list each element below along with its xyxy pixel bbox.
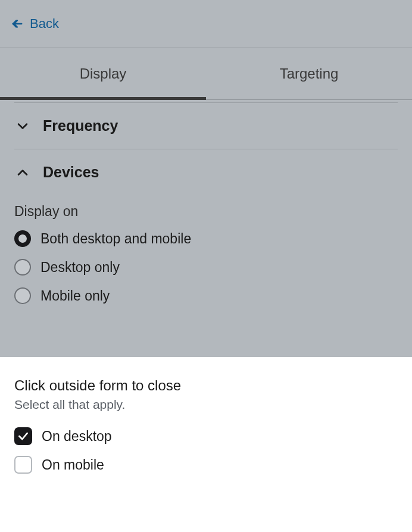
checkbox-on-desktop[interactable]: On desktop bbox=[14, 427, 398, 445]
back-button[interactable]: Back bbox=[11, 16, 59, 32]
back-label: Back bbox=[30, 16, 59, 32]
radio-mobile-only-label: Mobile only bbox=[40, 288, 110, 304]
radio-desktop-only-label: Desktop only bbox=[40, 259, 120, 276]
radio-both[interactable]: Both desktop and mobile bbox=[14, 230, 398, 247]
content-area: Frequency Devices Display on Both deskto… bbox=[0, 102, 412, 328]
checkbox-checked-icon bbox=[14, 427, 32, 445]
checkbox-on-mobile[interactable]: On mobile bbox=[14, 456, 398, 474]
radio-icon-selected bbox=[14, 230, 31, 247]
checkbox-on-mobile-label: On mobile bbox=[42, 457, 104, 473]
panel-subtitle: Select all that apply. bbox=[14, 398, 398, 412]
radio-desktop-only[interactable]: Desktop only bbox=[14, 259, 398, 276]
radio-icon bbox=[14, 287, 31, 304]
checkbox-on-desktop-label: On desktop bbox=[42, 428, 112, 445]
radio-icon bbox=[14, 259, 31, 276]
section-frequency-title: Frequency bbox=[43, 117, 118, 134]
close-outside-checkbox-group: On desktop On mobile bbox=[14, 427, 398, 474]
chevron-up-icon bbox=[14, 164, 31, 181]
section-devices[interactable]: Devices bbox=[14, 149, 398, 195]
arrow-left-icon bbox=[11, 17, 24, 30]
display-on-radio-group: Both desktop and mobile Desktop only Mob… bbox=[14, 230, 398, 328]
tab-targeting[interactable]: Targeting bbox=[206, 48, 412, 99]
header-bar: Back bbox=[0, 0, 412, 48]
tab-display-label: Display bbox=[80, 65, 127, 82]
panel-title: Click outside form to close bbox=[14, 377, 398, 394]
checkbox-unchecked-icon bbox=[14, 456, 32, 474]
tab-targeting-label: Targeting bbox=[280, 65, 339, 82]
section-frequency[interactable]: Frequency bbox=[14, 102, 398, 149]
tab-display[interactable]: Display bbox=[0, 48, 206, 99]
radio-mobile-only[interactable]: Mobile only bbox=[14, 287, 398, 304]
display-on-label: Display on bbox=[14, 195, 398, 230]
radio-both-label: Both desktop and mobile bbox=[40, 231, 191, 247]
section-devices-title: Devices bbox=[43, 164, 99, 181]
close-outside-panel: Click outside form to close Select all t… bbox=[0, 357, 412, 532]
tab-bar: Display Targeting bbox=[0, 48, 412, 100]
chevron-down-icon bbox=[14, 118, 31, 134]
